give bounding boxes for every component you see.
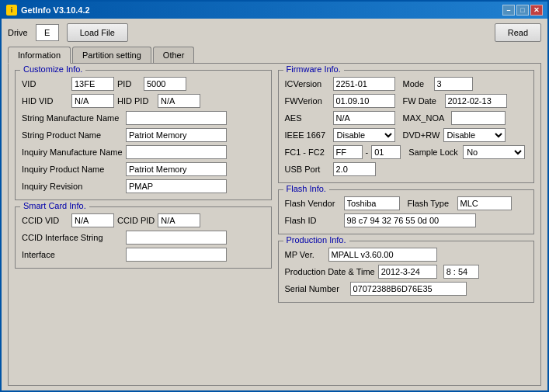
serial-number-input[interactable] <box>350 282 467 296</box>
title-bar: i GetInfo V3.10.4.2 – □ ✕ <box>2 2 547 19</box>
fc1-input[interactable] <box>333 145 363 159</box>
right-panel: Firmware Info. ICVersion Mode FWVerion F… <box>278 70 535 379</box>
fc-dash: - <box>366 147 369 157</box>
maximize-button[interactable]: □ <box>516 5 529 16</box>
flash-id-input[interactable] <box>344 213 476 227</box>
inquiry-manufacture-input[interactable] <box>126 145 227 159</box>
hid-pid-input[interactable] <box>158 94 200 108</box>
interface-input[interactable] <box>126 248 227 262</box>
inquiry-product-input[interactable] <box>126 162 227 176</box>
serial-number-row: Serial Number <box>285 282 528 296</box>
ccid-interface-row: CCID Interface String <box>22 231 265 245</box>
sample-lock-select[interactable]: No Yes <box>463 145 525 159</box>
fw-version-label: FWVerion <box>285 96 330 106</box>
hid-pid-label: HID PID <box>117 96 155 106</box>
ccid-pid-label: CCID PID <box>117 216 155 225</box>
inquiry-revision-row: Inquiry Revision <box>22 179 265 193</box>
flash-vendor-input[interactable] <box>344 196 400 210</box>
firmware-info-group: Firmware Info. ICVersion Mode FWVerion F… <box>278 70 535 183</box>
main-window: i GetInfo V3.10.4.2 – □ ✕ Drive E Load F… <box>0 0 549 392</box>
string-manufacture-row: String Manufacture Name <box>22 111 265 125</box>
tabs-container: Information Partition setting Other Cust… <box>8 47 541 386</box>
firmware-info-title: Firmware Info. <box>283 64 344 74</box>
string-product-row: String Product Name <box>22 128 265 142</box>
aes-row: AES MAX_NOA <box>285 111 528 125</box>
title-buttons: – □ ✕ <box>502 5 543 16</box>
read-button[interactable]: Read <box>495 23 541 42</box>
ic-version-input[interactable] <box>333 77 395 91</box>
dvd-rw-label: DVD+RW <box>403 130 440 140</box>
flash-id-row: Flash ID <box>285 213 528 227</box>
hid-vid-label: HID VID <box>22 96 68 106</box>
inquiry-manufacture-row: Inquiry Manufacture Name <box>22 145 265 159</box>
max-noa-label: MAX_NOA <box>403 113 448 123</box>
mp-ver-label: MP Ver. <box>285 250 325 259</box>
interface-row: Interface <box>22 248 265 262</box>
serial-number-label: Serial Number <box>285 284 347 293</box>
flash-type-input[interactable] <box>457 196 512 210</box>
load-file-button[interactable]: Load File <box>67 23 128 42</box>
customize-info-group: Customize Info. VID PID HID VID HID PID <box>15 70 272 200</box>
mode-label: Mode <box>403 79 431 88</box>
left-panel: Customize Info. VID PID HID VID HID PID <box>15 70 272 379</box>
customize-info-title: Customize Info. <box>20 64 85 74</box>
flash-vendor-label: Flash Vendor <box>285 199 341 208</box>
flash-id-label: Flash ID <box>285 216 341 225</box>
max-noa-input[interactable] <box>451 111 506 125</box>
fc-row: FC1 - FC2 - Sample Lock No Yes <box>285 145 528 159</box>
tab-partition-setting[interactable]: Partition setting <box>72 47 151 63</box>
inquiry-revision-input[interactable] <box>126 179 227 193</box>
usb-port-input[interactable] <box>333 162 376 176</box>
inquiry-product-label: Inquiry Product Name <box>22 165 123 174</box>
toolbar: Drive E Load File Read <box>8 23 541 42</box>
fw-version-row: FWVerion FW Date <box>285 94 528 108</box>
pid-label: PID <box>117 79 141 88</box>
ic-version-label: ICVersion <box>285 79 330 88</box>
drive-value: E <box>36 24 59 41</box>
tab-other[interactable]: Other <box>153 47 195 63</box>
hid-vid-row: HID VID HID PID <box>22 94 265 108</box>
mp-ver-input[interactable] <box>328 248 437 262</box>
inquiry-revision-label: Inquiry Revision <box>22 182 123 191</box>
vid-label: VID <box>22 79 68 88</box>
dvd-rw-select[interactable]: Disable Enable <box>443 128 506 142</box>
tab-information[interactable]: Information <box>8 47 71 64</box>
mode-input[interactable] <box>434 77 473 91</box>
production-date-label: Production Date & Time <box>285 267 375 276</box>
inquiry-product-row: Inquiry Product Name <box>22 162 265 176</box>
drive-label: Drive <box>8 28 28 37</box>
flash-type-label: Flash Type <box>408 199 454 208</box>
ccid-pid-input[interactable] <box>158 213 200 227</box>
fc-label: FC1 - FC2 <box>285 147 330 157</box>
ccid-vid-input[interactable] <box>71 213 114 227</box>
string-manufacture-label: String Manufacture Name <box>22 113 123 123</box>
inquiry-manufacture-label: Inquiry Manufacture Name <box>22 147 123 157</box>
production-time-input[interactable] <box>443 265 479 279</box>
minimize-button[interactable]: – <box>502 5 515 16</box>
fw-version-input[interactable] <box>333 94 395 108</box>
vid-input[interactable] <box>71 77 114 91</box>
string-product-input[interactable] <box>126 128 227 142</box>
sample-lock-label: Sample Lock <box>408 147 460 157</box>
usb-port-row: USB Port <box>285 162 528 176</box>
production-date-row: Production Date & Time <box>285 265 528 279</box>
flash-info-group: Flash Info. Flash Vendor Flash Type Flas… <box>278 189 535 234</box>
ccid-interface-input[interactable] <box>126 231 227 245</box>
aes-input[interactable] <box>333 111 395 125</box>
production-info-group: Production Info. MP Ver. Production Date… <box>278 241 535 303</box>
fw-date-input[interactable] <box>445 94 507 108</box>
string-manufacture-input[interactable] <box>126 111 227 125</box>
interface-label: Interface <box>22 250 123 259</box>
production-date-input[interactable] <box>378 265 437 279</box>
ieee-row: IEEE 1667 Disable Enable DVD+RW Disable … <box>285 128 528 142</box>
flash-vendor-row: Flash Vendor Flash Type <box>285 196 528 210</box>
title-bar-left: i GetInfo V3.10.4.2 <box>6 5 90 16</box>
fc2-input[interactable] <box>371 145 401 159</box>
ieee-select[interactable]: Disable Enable <box>333 128 395 142</box>
close-button[interactable]: ✕ <box>530 5 543 16</box>
mp-ver-row: MP Ver. <box>285 248 528 262</box>
hid-vid-input[interactable] <box>71 94 114 108</box>
vid-row: VID PID <box>22 77 265 91</box>
pid-input[interactable] <box>144 77 186 91</box>
tab-bar: Information Partition setting Other <box>8 47 541 63</box>
